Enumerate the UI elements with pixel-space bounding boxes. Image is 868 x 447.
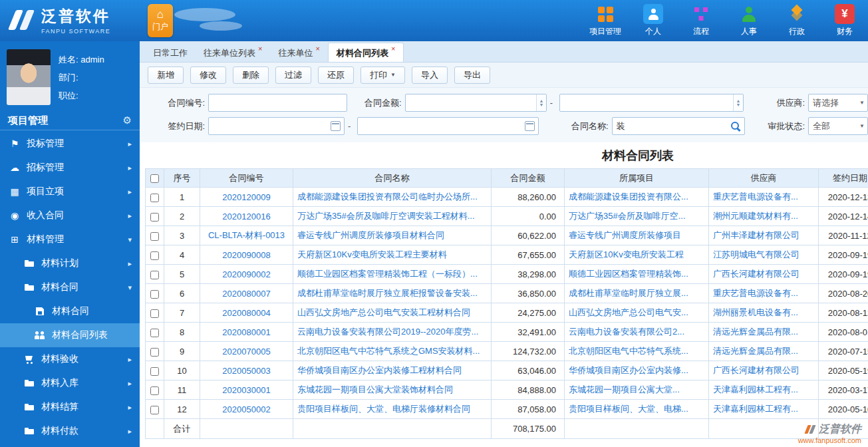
delete-button[interactable]: 删除 [233,67,269,84]
row-checkbox[interactable] [150,348,159,357]
row-checkbox[interactable] [150,271,159,279]
contract-name-link[interactable]: 睿运专线广州调度所装修项目材料合同 [297,230,444,240]
number-spinner[interactable]: ▲▼ [733,94,743,111]
project-link[interactable]: 成都能源建设集团投资有限公... [569,192,688,202]
supplier-link[interactable]: 江苏明城电气有限公司 [713,249,799,259]
spinner-down-icon[interactable]: ▼ [736,103,741,107]
row-checkbox[interactable] [150,309,159,318]
edit-button[interactable]: 修改 [190,67,226,84]
row-checkbox[interactable] [150,406,159,414]
supplier-select[interactable]: 请选择▼ [808,94,868,112]
contract-code-link[interactable]: 2020090002 [222,269,270,279]
project-link[interactable]: 天府新区10Kv变电所安装工程 [569,249,684,259]
import-button[interactable]: 导入 [412,67,448,84]
contract-code-link[interactable]: 2020080004 [222,308,270,318]
contract-code-link[interactable]: 2020030001 [222,385,270,395]
contract-name-link[interactable]: 天府新区10Kv变电所安装工程主要材料 [297,249,447,259]
project-link[interactable]: 顺德工业园区档案管理精装饰... [569,269,688,279]
supplier-link[interactable]: 广西长河建材有限公司 [713,365,799,375]
approval-status-select[interactable]: 全部▼ [808,117,868,135]
contract-code-link[interactable]: 2020080007 [222,289,270,299]
calendar-icon[interactable] [331,121,341,131]
contract-name-link[interactable]: 成都杜甫草堂临时展厅独立展柜报警设备安装... [297,288,478,298]
project-link[interactable]: 万达广场35#会所及咖啡厅空... [569,211,686,221]
supplier-link[interactable]: 湖州丽景机电设备有... [713,307,798,317]
row-checkbox[interactable] [150,290,159,299]
sidebar-item-material-management[interactable]: ⊞ 材料管理 ▾ [0,227,140,251]
amount-max-input[interactable] [559,94,744,112]
supplier-link[interactable]: 天津嘉利园林工程有... [713,404,798,414]
supplier-link[interactable]: 重庆艺普电源设备有... [713,288,798,298]
contract-name-link[interactable]: 华侨城项目南区办公室内装修工程材料合同 [297,365,462,375]
contract-code-link[interactable]: 2020080001 [222,327,270,337]
contract-code-link[interactable]: 2020050003 [222,366,270,376]
row-checkbox[interactable] [150,367,159,376]
amount-min-input[interactable] [405,94,547,112]
sidebar-item-material-settlement[interactable]: 材料结算 ▸ [0,395,140,419]
supplier-link[interactable]: 重庆艺普电源设备有... [713,192,798,202]
project-link[interactable]: 山西弘文房地产总公司电气安... [569,307,688,317]
gear-icon[interactable]: ⚙ [123,110,132,130]
contract-no-input[interactable] [208,94,347,112]
tab-daily-work[interactable]: 日常工作 [145,44,196,62]
tab-material-contract-list[interactable]: 材料合同列表 × [328,43,404,62]
nav-item-admin[interactable]: 行政 [776,4,817,37]
contract-code-link[interactable]: CL-BLTA-材料-0013 [208,230,285,240]
project-link[interactable]: 东城花园一期项目公寓大堂... [569,384,680,394]
sidebar-item-project-initiation[interactable]: ▦ 项目立项 ▸ [0,180,140,204]
contract-code-link[interactable]: 2020120009 [222,192,270,202]
nav-item-workflow[interactable]: 流程 [680,4,722,37]
supplier-link[interactable]: 清远光辉金属品有限... [713,327,798,337]
close-icon[interactable]: × [391,40,395,58]
restore-button[interactable]: 还原 [318,67,354,84]
sidebar-item-material-contract[interactable]: 材料合同 ▾ [0,275,140,299]
close-icon[interactable]: × [258,40,262,58]
contract-name-link[interactable]: 贵阳项目样板间、大堂、电梯厅装修材料合同 [297,404,470,414]
export-button[interactable]: 导出 [454,67,490,84]
contract-name-link[interactable]: 山西弘文房地产总公司电气安装工程材料合同 [297,307,470,317]
number-spinner[interactable]: ▲▼ [536,94,546,111]
row-checkbox[interactable] [150,232,159,241]
sign-date-start-input[interactable] [208,117,345,135]
sidebar-item-income-contract[interactable]: ◉ 收入合同 ▸ [0,204,140,227]
supplier-link[interactable]: 广州丰泽建材有限公司 [713,230,799,240]
project-link[interactable]: 睿运专线广州调度所装修项目 [569,230,681,240]
sidebar-item-material-contract-entry[interactable]: 材料合同 [0,299,140,323]
row-checkbox[interactable] [150,251,159,260]
select-all-checkbox[interactable] [150,174,159,183]
nav-item-personal[interactable]: 个人 [633,4,674,37]
contract-code-link[interactable]: 2020050002 [222,404,270,414]
project-link[interactable]: 贵阳项目样板间、大堂、电梯... [569,404,688,414]
contract-name-link[interactable]: 北京朝阳区电气中芯特气系统之GMS安装材料... [297,346,480,356]
add-button[interactable]: 新增 [148,67,184,84]
nav-item-finance[interactable]: ¥ 财务 [824,4,865,37]
supplier-link[interactable]: 天津嘉利园林工程有... [713,384,798,394]
project-link[interactable]: 成都杜甫草堂临时展厅独立展... [569,288,688,298]
sidebar-item-material-contract-list[interactable]: 材料合同列表 [0,323,140,347]
nav-item-hr[interactable]: 人事 [728,4,770,37]
contract-name-link[interactable]: 成都能源建设集团投资有限公司临时办公场所... [297,192,478,202]
tab-counterparty-list[interactable]: 往来单位列表 × [196,44,270,62]
sign-date-end-input[interactable] [357,117,538,135]
close-icon[interactable]: × [315,40,319,58]
project-link[interactable]: 云南电力设备安装有限公司2... [569,327,684,337]
row-checkbox[interactable] [150,329,159,337]
sidebar-item-bid-management[interactable]: ⚑ 投标管理 ▸ [0,132,140,156]
sidebar-item-material-payment[interactable]: 材料付款 ▸ [0,419,140,443]
project-link[interactable]: 华侨城项目南区办公室内装修... [569,365,688,375]
tab-counterparty[interactable]: 往来单位 × [270,44,327,62]
contract-code-link[interactable]: 2020090008 [222,250,270,260]
contract-name-link[interactable]: 万达广场35#会所及咖啡厅空调安装工程材料... [297,211,475,221]
sidebar-item-tender-management[interactable]: ☁ 招标管理 ▸ [0,156,140,180]
row-checkbox[interactable] [150,386,159,395]
portal-button[interactable]: ⌂ 门户 [148,4,173,37]
calendar-icon[interactable] [525,121,535,131]
supplier-link[interactable]: 潮州元顺建筑材料有... [713,211,798,221]
contract-name-input[interactable] [612,117,745,135]
project-link[interactable]: 北京朝阳区电气中芯特气系统... [569,346,688,356]
sidebar-item-material-plan[interactable]: 材料计划 ▸ [0,251,140,275]
row-checkbox[interactable] [150,213,159,222]
contract-name-link[interactable]: 云南电力设备安装有限公司2019--2020年度劳... [297,327,478,337]
search-icon[interactable] [730,121,741,132]
contract-code-link[interactable]: 2020070005 [222,347,270,357]
